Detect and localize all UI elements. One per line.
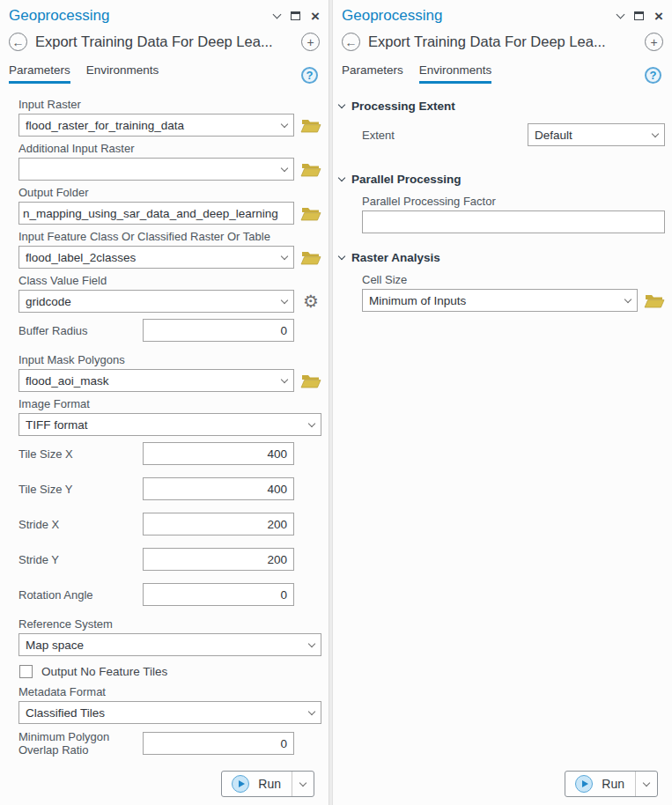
field-extent: Extent Default <box>362 116 665 155</box>
buffer-radius-input[interactable] <box>143 319 294 342</box>
pane-chevron-down-icon[interactable] <box>617 10 625 18</box>
browse-folder-icon[interactable] <box>644 292 665 308</box>
browse-folder-icon[interactable] <box>300 205 321 221</box>
combobox-value: TIFF format <box>26 418 304 432</box>
combobox-value: Minimum of Inputs <box>369 294 620 307</box>
field-output-folder: Output Folder <box>18 181 321 225</box>
pane-title: Geoprocessing <box>9 7 274 25</box>
field-stride-x: Stride X <box>18 513 321 535</box>
output-no-feature-tiles-checkbox[interactable] <box>19 665 33 678</box>
chevron-down-icon <box>643 779 650 786</box>
metadata-format-combobox[interactable]: Classified Tiles <box>18 701 321 724</box>
parallel-processing-factor-input[interactable] <box>362 210 665 233</box>
pane-chevron-down-icon[interactable] <box>273 10 282 18</box>
tile-size-x-input[interactable] <box>143 442 294 465</box>
browse-folder-icon[interactable] <box>300 373 321 388</box>
pane-window-controls: × <box>274 9 320 24</box>
chevron-down-icon <box>308 419 315 426</box>
back-button[interactable]: ← <box>342 33 360 51</box>
section-processing-extent[interactable]: Processing Extent <box>339 100 665 113</box>
field-additional-input-raster: Additional Input Raster <box>18 137 321 181</box>
add-to-model-button[interactable]: + <box>645 33 663 51</box>
output-folder-input[interactable] <box>18 202 294 225</box>
field-label: Cell Size <box>362 273 665 286</box>
tab-parameters[interactable]: Parameters <box>9 63 70 84</box>
min-polygon-overlap-input[interactable] <box>143 732 294 755</box>
tab-environments[interactable]: Environments <box>86 63 159 84</box>
browse-folder-icon[interactable] <box>300 249 321 265</box>
input-raster-combobox[interactable]: flood_raster_for_training_data <box>18 114 294 137</box>
field-label: Reference System <box>18 617 321 631</box>
chevron-down-icon <box>299 779 306 786</box>
maximize-icon[interactable] <box>634 11 644 20</box>
geoprocessing-pane-parameters: Geoprocessing × ← Export Training Data F… <box>0 0 329 805</box>
section-raster-analysis[interactable]: Raster Analysis <box>339 251 665 264</box>
run-button[interactable]: Run <box>221 771 314 797</box>
field-label: Input Feature Class Or Classified Raster… <box>18 230 321 243</box>
run-options-dropdown[interactable] <box>292 783 314 786</box>
tool-title: Export Training Data For Deep Lea... <box>368 33 637 50</box>
plus-icon: + <box>306 36 314 48</box>
tab-environments[interactable]: Environments <box>419 63 492 84</box>
combobox-value: Default <box>535 129 647 142</box>
combobox-value: flood_aoi_mask <box>26 374 277 388</box>
field-label: Tile Size X <box>18 447 143 461</box>
field-output-no-feature-tiles: Output No Feature Tiles <box>19 665 321 678</box>
geoprocessing-pane-environments: Geoprocessing × ← Export Training Data F… <box>333 0 672 805</box>
help-icon[interactable]: ? <box>645 67 661 84</box>
field-tile-size-y: Tile Size Y <box>18 477 321 500</box>
combobox-value: gridcode <box>26 295 277 308</box>
field-label: Extent <box>362 129 528 142</box>
run-label: Run <box>258 777 281 791</box>
chevron-down-icon <box>281 296 288 303</box>
combobox-value: flood_raster_for_training_data <box>26 119 277 132</box>
chevron-down-icon <box>624 295 631 302</box>
tool-title: Export Training Data For Deep Lea... <box>35 33 293 50</box>
chevron-down-icon <box>281 252 288 259</box>
environments-form: Processing Extent Extent Default Paralle… <box>333 84 672 805</box>
checkbox-label: Output No Feature Tiles <box>41 665 167 678</box>
chevron-down-icon <box>308 707 315 714</box>
maximize-icon[interactable] <box>291 11 300 20</box>
field-label: Parallel Processing Factor <box>362 195 665 208</box>
class-value-field-combobox[interactable]: gridcode <box>18 290 294 313</box>
add-to-model-button[interactable]: + <box>301 33 320 51</box>
stride-y-input[interactable] <box>143 548 294 571</box>
extent-combobox[interactable]: Default <box>528 123 665 146</box>
close-icon[interactable]: × <box>311 9 320 24</box>
input-feature-class-combobox[interactable]: flood_label_2classes <box>18 246 294 269</box>
reference-system-combobox[interactable]: Map space <box>18 633 321 656</box>
input-mask-polygons-combobox[interactable]: flood_aoi_mask <box>18 369 294 392</box>
browse-folder-icon[interactable] <box>300 117 321 133</box>
additional-input-raster-combobox[interactable] <box>18 158 294 181</box>
back-arrow-icon: ← <box>12 36 25 48</box>
run-options-dropdown[interactable] <box>636 783 657 786</box>
tile-size-y-input[interactable] <box>143 477 294 500</box>
combobox-value: Classified Tiles <box>26 706 304 720</box>
run-button-row: Run <box>18 771 321 805</box>
section-title: Parallel Processing <box>351 173 462 186</box>
field-class-value-field: Class Value Field gridcode ⚙ <box>18 269 321 313</box>
stride-x-input[interactable] <box>143 513 294 535</box>
field-reference-system: Reference System Map space <box>18 612 321 656</box>
play-icon <box>232 775 249 793</box>
tab-parameters[interactable]: Parameters <box>342 63 403 84</box>
tab-bar: Parameters Environments ? <box>0 55 329 84</box>
help-icon[interactable]: ? <box>301 67 318 84</box>
section-title: Raster Analysis <box>351 251 440 264</box>
gear-icon[interactable]: ⚙ <box>300 292 321 310</box>
cell-size-combobox[interactable]: Minimum of Inputs <box>362 289 638 312</box>
close-icon[interactable]: × <box>654 9 663 24</box>
section-title: Processing Extent <box>351 100 455 113</box>
field-label: Image Format <box>18 397 321 410</box>
field-image-format: Image Format TIFF format <box>18 392 321 436</box>
run-button[interactable]: Run <box>565 771 658 797</box>
section-parallel-processing[interactable]: Parallel Processing <box>339 173 665 186</box>
chevron-down-icon <box>652 129 659 137</box>
field-label: Additional Input Raster <box>18 142 321 155</box>
image-format-combobox[interactable]: TIFF format <box>18 413 321 436</box>
tab-bar: Parameters Environments ? <box>333 55 672 84</box>
browse-folder-icon[interactable] <box>300 161 321 177</box>
back-button[interactable]: ← <box>9 33 27 51</box>
rotation-angle-input[interactable] <box>143 583 294 606</box>
